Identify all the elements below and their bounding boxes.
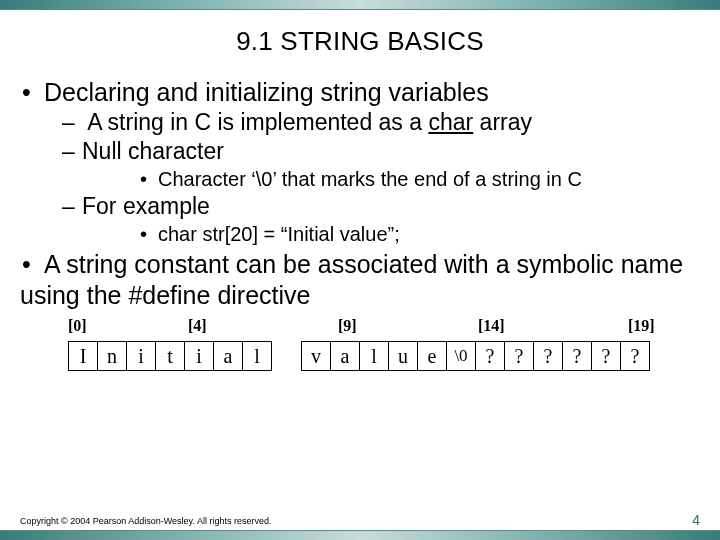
cell-gap-7 bbox=[272, 341, 302, 371]
cell-19: ? bbox=[620, 341, 650, 371]
bullet-1a-post: array bbox=[473, 109, 532, 135]
cell-13: \0 bbox=[446, 341, 476, 371]
bullet-1b1-text: Character ‘\0’ that marks the end of a s… bbox=[158, 168, 582, 190]
bullet-2: A string constant can be associated with… bbox=[20, 249, 700, 312]
slide-body: 9.1 STRING BASICS Declaring and initiali… bbox=[0, 10, 720, 530]
bottom-border-bar bbox=[0, 530, 720, 540]
bullet-1b: Null character Character ‘\0’ that marks… bbox=[62, 137, 700, 192]
bullet-1a-pre: A string in C is implemented as a bbox=[87, 109, 428, 135]
cell-0: I bbox=[68, 341, 98, 371]
top-border-bar bbox=[0, 0, 720, 10]
bullet-1a: A string in C is implemented as a char a… bbox=[62, 108, 700, 137]
cell-10: l bbox=[359, 341, 389, 371]
bullet-1c: For example char str[20] = “Initial valu… bbox=[62, 192, 700, 247]
cell-3: t bbox=[155, 341, 185, 371]
cell-11: u bbox=[388, 341, 418, 371]
slide-title: 9.1 STRING BASICS bbox=[20, 26, 700, 57]
bullet-list: Declaring and initializing string variab… bbox=[20, 77, 700, 311]
cell-16: ? bbox=[533, 341, 563, 371]
bullet-2-text: A string constant can be associated with… bbox=[20, 250, 683, 309]
copyright-footer: Copyright © 2004 Pearson Addison-Wesley.… bbox=[20, 516, 271, 526]
cell-5: a bbox=[213, 341, 243, 371]
cell-15: ? bbox=[504, 341, 534, 371]
array-index-labels: [0] [4] [9] [14] [19] bbox=[60, 317, 700, 339]
bullet-1c1: char str[20] = “Initial value”; bbox=[140, 221, 700, 247]
page-number: 4 bbox=[692, 512, 700, 528]
bullet-1-text: Declaring and initializing string variab… bbox=[44, 78, 489, 106]
cell-12: e bbox=[417, 341, 447, 371]
cell-17: ? bbox=[562, 341, 592, 371]
cell-14: ? bbox=[475, 341, 505, 371]
cell-1: n bbox=[97, 341, 127, 371]
bullet-1b-text: Null character bbox=[82, 138, 224, 164]
cell-2: i bbox=[126, 341, 156, 371]
bullet-1c1-text: char str[20] = “Initial value”; bbox=[158, 223, 400, 245]
index-9: [9] bbox=[338, 317, 357, 335]
index-14: [14] bbox=[478, 317, 505, 335]
char-array-diagram: I n i t i a l v a l u e \0 ? ? ? ? ? ? bbox=[68, 341, 700, 371]
bullet-1b1: Character ‘\0’ that marks the end of a s… bbox=[140, 166, 700, 192]
bullet-1: Declaring and initializing string variab… bbox=[20, 77, 700, 247]
index-19: [19] bbox=[628, 317, 655, 335]
index-0: [0] bbox=[68, 317, 87, 335]
bullet-1a-underline: char bbox=[428, 109, 473, 135]
cell-6: l bbox=[242, 341, 272, 371]
cell-18: ? bbox=[591, 341, 621, 371]
index-4: [4] bbox=[188, 317, 207, 335]
cell-4: i bbox=[184, 341, 214, 371]
cell-8: v bbox=[301, 341, 331, 371]
bullet-1c-text: For example bbox=[82, 193, 210, 219]
cell-9: a bbox=[330, 341, 360, 371]
